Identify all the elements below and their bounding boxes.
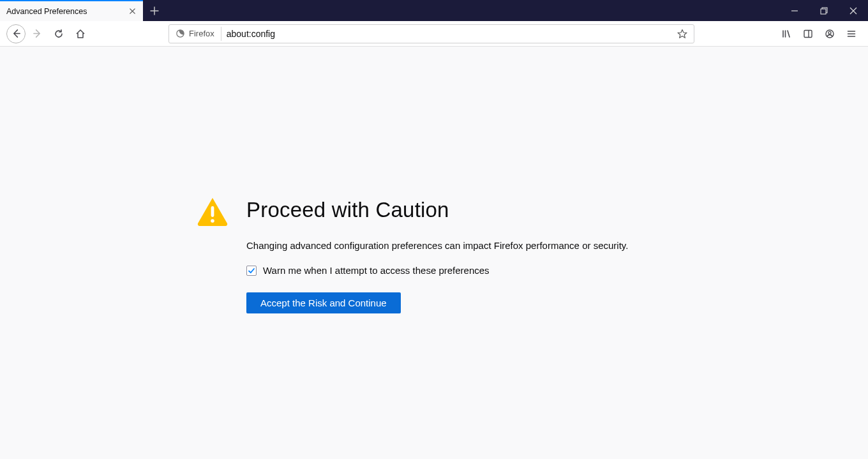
url-input[interactable] (221, 25, 673, 43)
window-minimize-button[interactable] (780, 0, 809, 21)
tab-strip-spacer (166, 0, 780, 21)
svg-rect-7 (211, 206, 214, 217)
plus-icon (150, 6, 159, 15)
sidebar-icon (803, 29, 813, 39)
caution-title: Proceed with Caution (246, 198, 628, 222)
account-icon (825, 29, 835, 39)
svg-rect-3 (804, 30, 812, 37)
svg-point-8 (211, 219, 214, 223)
url-identity-box[interactable]: Firefox (172, 27, 221, 41)
home-icon (75, 29, 86, 39)
accept-risk-button[interactable]: Accept the Risk and Continue (246, 292, 401, 313)
star-icon (677, 29, 687, 39)
toolbar-right-icons (776, 24, 862, 44)
tab-strip: Advanced Preferences (0, 0, 868, 21)
window-close-button[interactable] (839, 0, 868, 21)
nav-toolbar: Firefox (0, 21, 868, 47)
account-button[interactable] (819, 24, 840, 44)
caution-body: Proceed with Caution Changing advanced c… (246, 197, 628, 313)
nav-back-button[interactable] (6, 24, 26, 43)
app-menu-button[interactable] (841, 24, 862, 44)
minimize-icon (791, 7, 798, 15)
tab-title: Advanced Preferences (6, 7, 126, 16)
caution-container: Proceed with Caution Changing advanced c… (197, 197, 628, 313)
url-identity-label: Firefox (189, 29, 214, 38)
nav-home-button[interactable] (70, 24, 91, 44)
close-icon (849, 7, 857, 15)
warning-triangle-icon (197, 197, 228, 226)
restore-icon (820, 7, 828, 15)
close-icon (129, 8, 136, 15)
bookmark-star-button[interactable] (673, 25, 691, 43)
hamburger-icon (846, 29, 857, 39)
window-controls (780, 0, 868, 21)
arrow-right-icon (33, 29, 42, 38)
page-content: Proceed with Caution Changing advanced c… (0, 47, 868, 459)
warn-checkbox[interactable] (246, 266, 257, 276)
sidebar-button[interactable] (798, 24, 818, 44)
arrow-left-icon (11, 29, 21, 38)
firefox-brand-icon (176, 29, 185, 38)
url-bar[interactable]: Firefox (168, 24, 694, 43)
caution-description: Changing advanced configuration preferen… (246, 240, 628, 251)
nav-reload-button[interactable] (49, 24, 69, 44)
tab-close-button[interactable] (126, 6, 138, 17)
window-restore-button[interactable] (809, 0, 839, 21)
svg-point-6 (828, 31, 831, 34)
new-tab-button[interactable] (143, 0, 166, 21)
library-button[interactable] (776, 24, 797, 44)
svg-rect-1 (821, 9, 826, 14)
warn-checkbox-label: Warn me when I attempt to access these p… (263, 265, 490, 276)
checkmark-icon (248, 267, 255, 275)
warn-checkbox-row[interactable]: Warn me when I attempt to access these p… (246, 265, 628, 276)
browser-tab[interactable]: Advanced Preferences (0, 0, 143, 21)
nav-forward-button[interactable] (27, 24, 47, 44)
reload-icon (54, 29, 64, 39)
library-icon (781, 29, 791, 39)
